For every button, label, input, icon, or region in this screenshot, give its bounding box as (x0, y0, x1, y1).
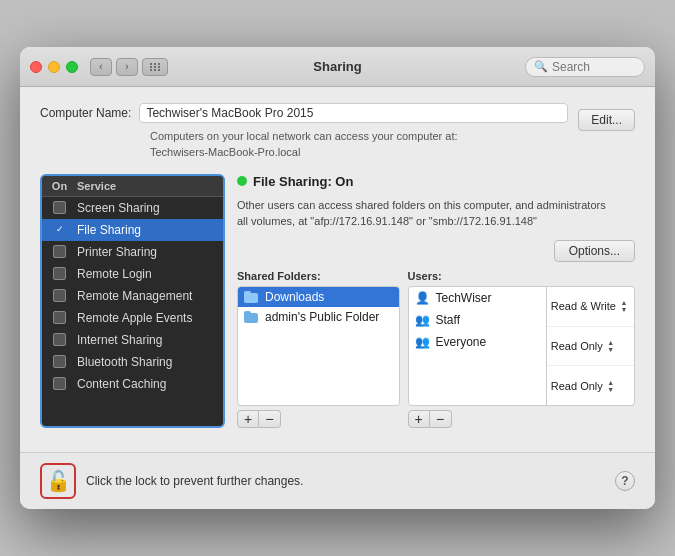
checkbox-internet-sharing[interactable] (53, 333, 66, 346)
computer-name-field[interactable] (139, 103, 568, 123)
options-row: Options... (237, 240, 635, 262)
grid-view-button[interactable] (142, 58, 168, 76)
nav-buttons: ‹ › (90, 58, 138, 76)
service-checkbox-content-caching[interactable] (42, 377, 77, 390)
service-item-file-sharing[interactable]: ✓ File Sharing (42, 219, 223, 241)
service-item-printer-sharing[interactable]: Printer Sharing (42, 241, 223, 263)
perms-list: Read & Write ▲ ▼ Read Only ▲ (547, 286, 635, 406)
service-name-remote-login: Remote Login (77, 267, 223, 281)
service-item-remote-login[interactable]: Remote Login (42, 263, 223, 285)
user-name-everyone: Everyone (436, 335, 487, 349)
service-name-remote-apple-events: Remote Apple Events (77, 311, 223, 325)
checkbox-content-caching[interactable] (53, 377, 66, 390)
service-item-remote-apple-events[interactable]: Remote Apple Events (42, 307, 223, 329)
file-sharing-status: File Sharing: On (237, 174, 635, 189)
maximize-button[interactable] (66, 61, 78, 73)
edit-button[interactable]: Edit... (578, 109, 635, 131)
service-checkbox-remote-management[interactable] (42, 289, 77, 302)
users-remove-button[interactable]: − (430, 410, 452, 428)
service-name-bluetooth-sharing: Bluetooth Sharing (77, 355, 223, 369)
close-button[interactable] (30, 61, 42, 73)
perm-stepper-techwiser[interactable]: ▲ ▼ (618, 299, 630, 313)
search-box[interactable]: 🔍 (525, 57, 645, 77)
services-header: On Service (42, 176, 223, 197)
checkbox-remote-apple-events[interactable] (53, 311, 66, 324)
service-name-remote-management: Remote Management (77, 289, 223, 303)
stepper-down-techwiser[interactable]: ▼ (618, 306, 630, 313)
window-title: Sharing (313, 59, 361, 74)
checkbox-printer-sharing[interactable] (53, 245, 66, 258)
service-item-content-caching[interactable]: Content Caching (42, 373, 223, 395)
service-item-bluetooth-sharing[interactable]: Bluetooth Sharing (42, 351, 223, 373)
service-item-internet-sharing[interactable]: Internet Sharing (42, 329, 223, 351)
users-panel: Users: 👤 TechWiser 👥 (408, 270, 636, 428)
main-panel: On Service Screen Sharing ✓ (40, 174, 635, 428)
computer-name-left: Computer Name: Computers on your local n… (40, 103, 568, 162)
checkbox-file-sharing[interactable]: ✓ (53, 223, 66, 236)
grid-icon (150, 63, 161, 71)
service-name-file-sharing: File Sharing (77, 223, 223, 237)
service-checkbox-internet-sharing[interactable] (42, 333, 77, 346)
bottom-bar: 🔓 Click the lock to prevent further chan… (20, 452, 655, 509)
titlebar: ‹ › Sharing 🔍 (20, 47, 655, 87)
perm-item-techwiser: Read & Write ▲ ▼ (547, 287, 634, 327)
minimize-button[interactable] (48, 61, 60, 73)
status-text: File Sharing: On (253, 174, 353, 189)
users-add-button[interactable]: + (408, 410, 430, 428)
user-item-techwiser[interactable]: 👤 TechWiser (409, 287, 546, 309)
search-input[interactable] (552, 60, 642, 74)
stepper-down-staff[interactable]: ▼ (605, 346, 617, 353)
lock-text: Click the lock to prevent further change… (86, 474, 615, 488)
folder-icon-public (244, 311, 260, 323)
stepper-up-staff[interactable]: ▲ (605, 339, 617, 346)
checkbox-screen-sharing[interactable] (53, 201, 66, 214)
main-window: ‹ › Sharing 🔍 Computer Name: (20, 47, 655, 509)
checkbox-bluetooth-sharing[interactable] (53, 355, 66, 368)
perm-item-staff: Read Only ▲ ▼ (547, 327, 634, 367)
service-checkbox-remote-login[interactable] (42, 267, 77, 280)
stepper-down-everyone[interactable]: ▼ (605, 386, 617, 393)
user-item-staff[interactable]: 👥 Staff (409, 309, 546, 331)
checkmark-file-sharing: ✓ (56, 225, 64, 234)
folder-item-downloads[interactable]: Downloads (238, 287, 399, 307)
lock-icon: 🔓 (46, 469, 71, 493)
folders-add-button[interactable]: + (237, 410, 259, 428)
shared-folders-panel: Shared Folders: Downloads (237, 270, 400, 428)
perm-text-staff: Read Only (551, 340, 603, 352)
options-button[interactable]: Options... (554, 240, 635, 262)
service-item-screen-sharing[interactable]: Screen Sharing (42, 197, 223, 219)
stepper-up-everyone[interactable]: ▲ (605, 379, 617, 386)
content-area: Computer Name: Computers on your local n… (20, 87, 655, 440)
service-checkbox-bluetooth-sharing[interactable] (42, 355, 77, 368)
service-checkbox-printer-sharing[interactable] (42, 245, 77, 258)
back-button[interactable]: ‹ (90, 58, 112, 76)
stepper-up-techwiser[interactable]: ▲ (618, 299, 630, 306)
checkbox-remote-login[interactable] (53, 267, 66, 280)
lock-button[interactable]: 🔓 (40, 463, 76, 499)
folders-users-section: Shared Folders: Downloads (237, 270, 635, 428)
folders-remove-button[interactable]: − (259, 410, 281, 428)
users-list-box: 👤 TechWiser 👥 Staff 👥 (408, 286, 636, 406)
service-checkbox-screen-sharing[interactable] (42, 201, 77, 214)
shared-folders-label: Shared Folders: (237, 270, 400, 282)
checkbox-remote-management[interactable] (53, 289, 66, 302)
right-panel: File Sharing: On Other users can access … (237, 174, 635, 428)
user-item-everyone[interactable]: 👥 Everyone (409, 331, 546, 353)
service-item-remote-management[interactable]: Remote Management (42, 285, 223, 307)
status-description: Other users can access shared folders on… (237, 197, 635, 230)
traffic-lights (30, 61, 78, 73)
perm-stepper-staff[interactable]: ▲ ▼ (605, 339, 617, 353)
perm-stepper-everyone[interactable]: ▲ ▼ (605, 379, 617, 393)
perm-text-techwiser: Read & Write (551, 300, 616, 312)
folder-item-public[interactable]: admin's Public Folder (238, 307, 399, 327)
service-name-screen-sharing: Screen Sharing (77, 201, 223, 215)
forward-button[interactable]: › (116, 58, 138, 76)
perm-item-everyone: Read Only ▲ ▼ (547, 366, 634, 405)
folder-icon-downloads (244, 291, 260, 303)
service-checkbox-remote-apple-events[interactable] (42, 311, 77, 324)
computer-name-row: Computer Name: (40, 103, 568, 123)
help-button[interactable]: ? (615, 471, 635, 491)
service-checkbox-file-sharing[interactable]: ✓ (42, 223, 77, 236)
users-list: 👤 TechWiser 👥 Staff 👥 (408, 286, 547, 406)
user-icon-staff: 👥 (415, 312, 431, 328)
